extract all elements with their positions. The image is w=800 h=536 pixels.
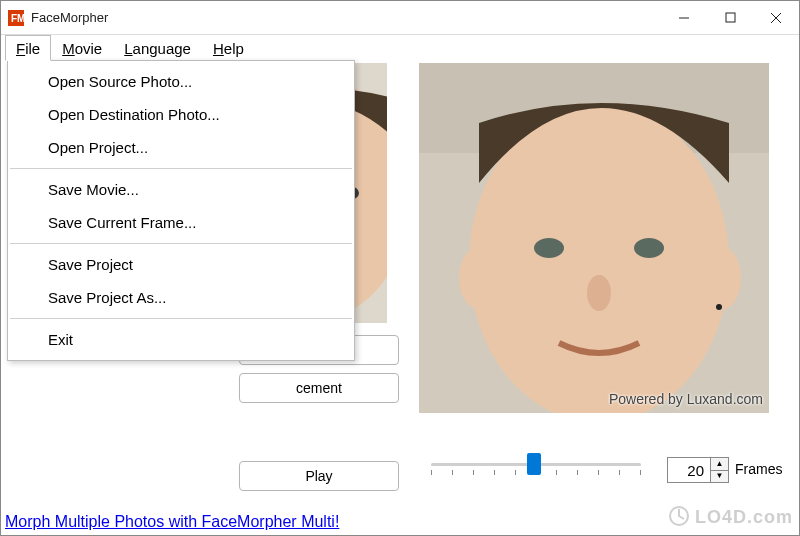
site-watermark: LO4D.com [669,506,793,531]
play-button[interactable]: Play [239,461,399,491]
svg-point-17 [701,246,741,310]
frame-slider[interactable] [431,449,641,489]
menu-bar: File Movie Language Help [1,35,799,61]
frames-spinner: ▲ ▼ [711,457,729,483]
maximize-button[interactable] [707,1,753,34]
svg-point-18 [716,304,722,310]
menu-language[interactable]: Language [113,35,202,61]
menu-save-current-frame[interactable]: Save Current Frame... [8,206,354,239]
preview-photo-image [419,63,769,413]
svg-point-16 [459,248,495,308]
adjust-placement-button[interactable]: cement [239,373,399,403]
file-menu-dropdown: Open Source Photo... Open Destination Ph… [7,60,355,361]
svg-point-15 [587,275,611,311]
frames-spinner-up[interactable]: ▲ [711,458,728,470]
menu-help[interactable]: Help [202,35,255,61]
menu-save-movie[interactable]: Save Movie... [8,173,354,206]
minimize-button[interactable] [661,1,707,34]
morph-multi-link[interactable]: Morph Multiple Photos with FaceMorpher M… [5,513,339,531]
menu-save-project-as[interactable]: Save Project As... [8,281,354,314]
menu-separator [10,168,352,169]
preview-watermark: Powered by Luxand.com [609,391,763,407]
app-window: FM FaceMorpher File Movie Language Help … [0,0,800,536]
svg-point-14 [634,238,664,258]
svg-text:FM: FM [11,13,25,24]
menu-movie[interactable]: Movie [51,35,113,61]
menu-separator [10,318,352,319]
svg-point-13 [534,238,564,258]
title-bar: FM FaceMorpher [1,1,799,35]
close-button[interactable] [753,1,799,34]
menu-separator [10,243,352,244]
window-controls [661,1,799,34]
svg-rect-3 [726,13,735,22]
menu-open-destination-photo[interactable]: Open Destination Photo... [8,98,354,131]
app-title: FaceMorpher [31,10,108,25]
menu-exit[interactable]: Exit [8,323,354,356]
frames-label: Frames [735,461,782,477]
menu-file[interactable]: File [5,35,51,61]
frames-input[interactable] [667,457,711,483]
frames-spinner-down[interactable]: ▼ [711,470,728,483]
app-icon: FM [7,9,25,27]
title-bar-left: FM FaceMorpher [7,9,108,27]
frames-stepper: ▲ ▼ [667,457,729,483]
slider-thumb[interactable] [527,453,541,475]
menu-open-project[interactable]: Open Project... [8,131,354,164]
menu-open-source-photo[interactable]: Open Source Photo... [8,65,354,98]
menu-save-project[interactable]: Save Project [8,248,354,281]
preview-photo-panel[interactable]: Powered by Luxand.com [419,63,769,413]
